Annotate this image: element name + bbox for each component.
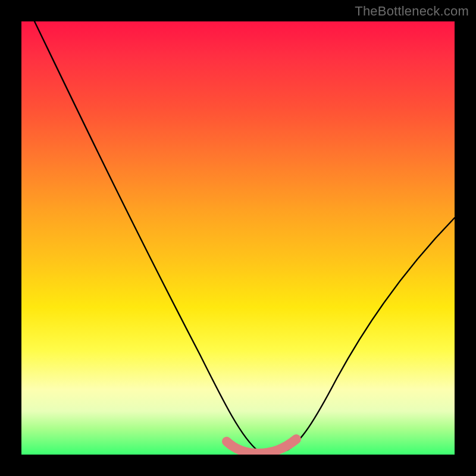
highlight-band <box>227 439 296 453</box>
plot-area <box>21 21 455 455</box>
curve-layer <box>21 21 455 455</box>
watermark-text: TheBottleneck.com <box>355 4 469 19</box>
chart-frame: TheBottleneck.com <box>0 0 476 476</box>
bottleneck-curve <box>35 21 455 453</box>
